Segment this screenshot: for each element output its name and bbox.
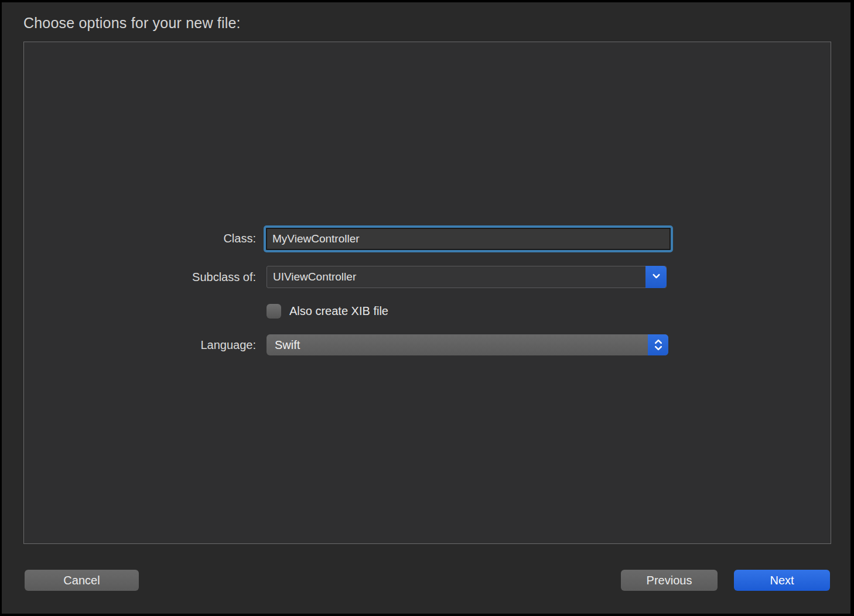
- language-field-label: Language:: [37, 334, 256, 355]
- previous-button[interactable]: Previous: [621, 570, 718, 591]
- subclass-combo-value: UIViewController: [267, 266, 645, 288]
- chevron-down-icon: [651, 271, 661, 283]
- subclass-combo-box[interactable]: UIViewController: [267, 266, 667, 288]
- class-name-input[interactable]: [266, 228, 671, 250]
- chevron-up-down-icon: [648, 334, 668, 355]
- language-popup-button[interactable]: Swift: [267, 334, 668, 355]
- xib-checkbox-label: Also create XIB file: [289, 304, 388, 319]
- subclass-field-label: Subclass of:: [37, 266, 256, 288]
- next-button[interactable]: Next: [734, 570, 830, 591]
- cancel-button[interactable]: Cancel: [25, 570, 139, 591]
- language-popup-value: Swift: [267, 334, 648, 355]
- xib-checkbox[interactable]: [267, 304, 281, 319]
- options-panel: [23, 42, 831, 544]
- new-file-options-dialog: Choose options for your new file: Class:…: [2, 2, 850, 614]
- class-field-focus-ring: [264, 225, 673, 252]
- class-field-label: Class:: [37, 225, 256, 252]
- subclass-dropdown-button[interactable]: [645, 266, 667, 288]
- page-title: Choose options for your new file:: [23, 15, 241, 32]
